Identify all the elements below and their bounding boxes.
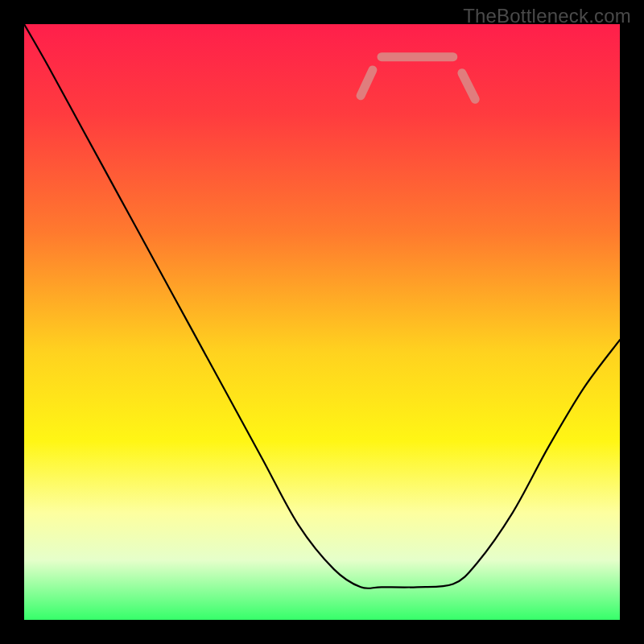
chart-svg bbox=[24, 24, 620, 620]
chart-background bbox=[24, 24, 620, 620]
watermark-text: TheBottleneck.com bbox=[463, 5, 631, 27]
bottleneck-chart bbox=[24, 24, 620, 620]
